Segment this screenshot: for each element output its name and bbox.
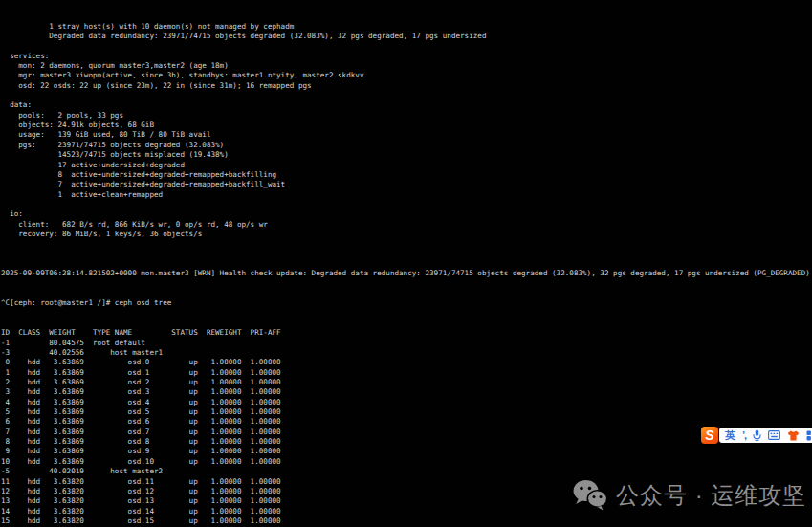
- ime-language-toggle[interactable]: 英: [725, 428, 735, 443]
- ime-punctuation-toggle[interactable]: ’,: [742, 428, 746, 443]
- shell-prompt-line: ^C[ceph: root@master1 /]# ceph osd tree: [1, 298, 812, 308]
- skin-shirt-icon[interactable]: [787, 430, 800, 441]
- microphone-icon[interactable]: [753, 429, 761, 441]
- wechat-watermark: 公众号 · 运维攻坚: [573, 479, 806, 511]
- terminal-screen[interactable]: 1 stray host(s) with 10 daemon(s) not ma…: [1, 2, 812, 527]
- keyboard-icon[interactable]: [768, 430, 780, 440]
- sogou-ime-toolbar: S 英 ’,: [701, 427, 812, 444]
- watermark-text: 公众号 · 运维攻坚: [616, 480, 806, 511]
- ceph-status-output: 1 stray host(s) with 10 daemon(s) not ma…: [1, 22, 812, 250]
- sogou-logo-icon[interactable]: S: [701, 427, 718, 444]
- ceph-log-line: 2025-09-09T06:28:14.821502+0000 mon.mast…: [1, 269, 812, 278]
- wechat-icon: [573, 479, 607, 511]
- toolbox-grid-icon[interactable]: [806, 430, 812, 441]
